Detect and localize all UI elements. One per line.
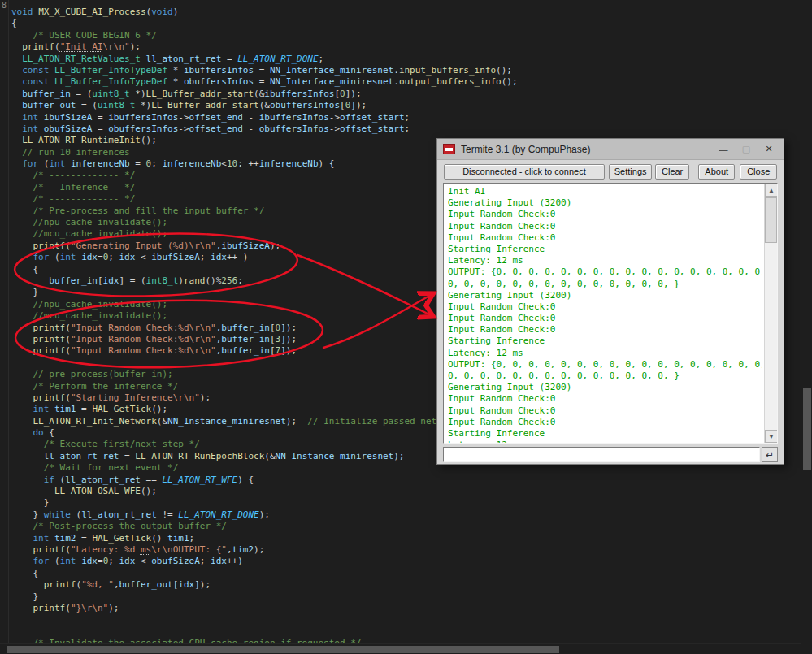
editor-horizontal-scrollbar[interactable] [0, 643, 801, 654]
clear-button[interactable]: Clear [655, 164, 689, 180]
editor-gutter: 8 [0, 0, 9, 643]
code-line: } [11, 497, 800, 509]
terminal-line: 0, 0, 0, 0, 0, 0, 0, 0, 0, 0, 0, 0, 0, 0… [448, 370, 762, 382]
minimize-button[interactable]: — [712, 141, 735, 158]
close-button[interactable]: Close [740, 164, 777, 180]
terminal-line: Input Random Check:0 [448, 417, 762, 428]
code-line: } [11, 591, 800, 603]
termite-toolbar: Disconnected - click to connect Settings… [437, 160, 784, 183]
terminal-line: Init AI [448, 186, 762, 197]
code-line: const LL_Buffer_InfoTypeDef * obuffersIn… [11, 76, 800, 88]
terminal-line: Input Random Check:0 [448, 313, 762, 324]
code-line: /* USER CODE BEGIN 6 */ [11, 30, 800, 41]
code-line: buffer_out = (uint8_t *)LL_Buffer_addr_s… [11, 100, 800, 111]
scroll-down-arrow-icon[interactable]: ▼ [765, 430, 778, 443]
terminal-line: Generating Input (3200) [448, 197, 762, 209]
termite-icon [443, 144, 455, 154]
terminal-line: Generating Input (3200) [448, 382, 762, 393]
terminal-line: 0, 0, 0, 0, 0, 0, 0, 0, 0, 0, 0, 0, 0, 0… [448, 279, 762, 290]
about-button[interactable]: About [698, 164, 736, 180]
terminal-output: Init AIGenerating Input (3200)Input Rand… [448, 186, 762, 443]
code-line: if (ll_aton_rt_ret == LL_ATON_RT_WFE) { [11, 474, 800, 486]
terminal-line: Latency: 12 ms [448, 255, 762, 266]
code-line: printf("Latency: %d ms\r\nOUTPUT: {",tim… [11, 544, 800, 556]
code-line: void MX_X_CUBE_AI_Process(void) [11, 6, 800, 18]
enter-arrow-icon: ↵ [766, 449, 774, 461]
code-line: buffer_in = (uint8_t *)LL_Buffer_addr_st… [11, 89, 800, 100]
terminal-line: Latency: 12 ms [448, 440, 762, 443]
code-line: printf("}\r\n"); [11, 603, 800, 614]
vertical-scrollbar-thumb[interactable] [803, 388, 811, 470]
close-window-button[interactable]: ✕ [758, 141, 780, 158]
terminal-line: OUTPUT: {0, 0, 0, 0, 0, 0, 0, 0, 0, 0, 0… [448, 266, 762, 278]
termite-titlebar[interactable]: Termite 3.1 (by CompuPhase) — ▢ ✕ [437, 139, 784, 160]
terminal-line: Input Random Check:0 [448, 301, 762, 313]
transmit-row: ↵ [443, 447, 778, 462]
termite-window: Termite 3.1 (by CompuPhase) — ▢ ✕ Discon… [436, 138, 784, 465]
terminal-scrollbar-thumb[interactable] [765, 197, 777, 243]
code-line: int obufSizeA = obuffersInfos->offset_en… [11, 123, 800, 135]
connect-button[interactable]: Disconnected - click to connect [444, 164, 605, 180]
terminal-line: Generating Input (3200) [448, 290, 762, 301]
maximize-button[interactable]: ▢ [735, 141, 758, 158]
terminal-line: Input Random Check:0 [448, 393, 762, 405]
terminal-line: Input Random Check:0 [448, 221, 762, 232]
code-line: } while (ll_aton_rt_ret != LL_ATON_RT_DO… [11, 509, 800, 521]
line-number: 8 [2, 1, 7, 10]
code-line [11, 614, 800, 626]
horizontal-scrollbar-thumb[interactable] [7, 646, 559, 653]
code-line [11, 626, 800, 638]
code-line: { [11, 18, 800, 29]
editor-vertical-scrollbar[interactable] [801, 0, 812, 654]
code-line: LL_ATON_RT_RetValues_t ll_aton_rt_ret = … [11, 54, 800, 65]
code-line: /* Post-process the output buffer */ [11, 521, 800, 532]
transmit-input[interactable] [443, 447, 760, 462]
terminal-line: Latency: 12 ms [448, 348, 762, 359]
terminal-scrollbar[interactable]: ▲ ▼ [764, 184, 777, 443]
terminal-view: Init AIGenerating Input (3200)Input Rand… [443, 183, 778, 444]
code-line: int tim2 = HAL_GetTick()-tim1; [11, 533, 800, 544]
code-line: printf("%d, ",buffer_out[idx]); [11, 579, 800, 591]
code-line: int ibufSizeA = ibuffersInfos->offset_en… [11, 112, 800, 123]
terminal-line: OUTPUT: {0, 0, 0, 0, 0, 0, 0, 0, 0, 0, 0… [448, 359, 762, 370]
code-line: { [11, 568, 800, 579]
terminal-line: Input Random Check:0 [448, 405, 762, 417]
code-line: const LL_Buffer_InfoTypeDef * ibuffersIn… [11, 65, 800, 76]
terminal-line: Starting Inference [448, 244, 762, 255]
terminal-line: Starting Inference [448, 428, 762, 440]
settings-button[interactable]: Settings [609, 164, 652, 180]
code-line: /* Invalidate the associated CPU cache r… [11, 638, 800, 643]
terminal-line: Input Random Check:0 [448, 232, 762, 244]
code-line: printf("Init AI\r\n"); [11, 41, 800, 53]
terminal-line: Starting Inference [448, 336, 762, 347]
scroll-up-arrow-icon[interactable]: ▲ [765, 184, 778, 197]
send-button[interactable]: ↵ [762, 447, 778, 462]
termite-title: Termite 3.1 (by CompuPhase) [461, 144, 712, 155]
code-line: LL_ATON_OSAL_WFE(); [11, 486, 800, 497]
code-line: for (int idx=0; idx < obufSizeA; idx++) [11, 556, 800, 567]
terminal-line: Input Random Check:0 [448, 324, 762, 336]
terminal-line: Input Random Check:0 [448, 209, 762, 220]
